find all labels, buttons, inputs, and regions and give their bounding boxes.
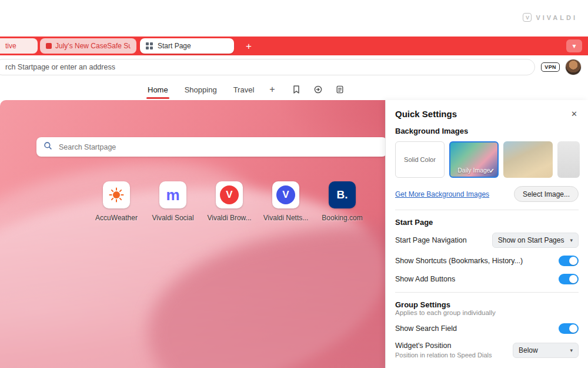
history-icon[interactable] [313,85,323,94]
start-page-navigation-select[interactable]: Show on Start Pages ▾ [492,233,579,248]
nav-tab-label: Home [148,85,168,94]
widget-position-select[interactable]: Below ▾ [513,343,579,358]
speed-dial-booking[interactable]: B. Booking.com [314,181,370,222]
speed-dial-row: AccuWeather m Vivaldi Social V Vivaldi B… [36,181,422,222]
speed-dial-vivaldi-browser[interactable]: V Vivaldi Brow... [201,181,258,222]
nav-tab-label: Shopping [185,85,217,94]
tab-start-page[interactable]: Start Page [140,38,234,54]
start-page-navigation-row: Start Page Navigation Show on Start Page… [395,233,579,248]
tab-partial[interactable]: tive [0,38,38,54]
background-thumbnails: Solid Color Daily Image ✓ [395,141,588,178]
tab-bar: tive July's New CaseSafe Suite Start Pag… [0,37,588,55]
chevron-down-icon: ▾ [570,347,573,353]
background-actions: Get More Background Images Select Image.… [395,186,579,202]
tab-label: tive [5,42,16,50]
start-page-navigation-label: Start Page Navigation [395,236,467,244]
new-tab-button[interactable]: + [242,41,255,51]
address-field[interactable] [0,59,535,75]
show-shortcuts-toggle[interactable] [559,256,579,266]
mastodon-icon: m [159,181,186,208]
speed-dial-label: Vivaldi Brow... [207,214,251,222]
address-input[interactable] [4,62,527,72]
startpage-search-field[interactable] [36,137,387,157]
chevron-down-icon: ▾ [570,237,573,243]
selected-value: Show on Start Pages [498,236,564,244]
show-shortcuts-label: Show Shortcuts (Bookmarks, History...) [395,257,523,265]
search-icon [44,141,52,152]
nav-tab-label: Travel [233,85,255,94]
address-bar-row: VPN [0,55,588,79]
bookmark-icon[interactable] [292,85,301,94]
nav-tab-home[interactable]: Home [139,79,176,100]
widget-position-row: Widget's Position Position in relation t… [395,342,579,359]
vivaldi-logo-icon: V [523,13,532,22]
speed-dial-label: AccuWeather [95,214,138,222]
group-settings-heading: Group Settings [395,300,579,309]
widget-position-label: Widget's Position [395,342,492,350]
notes-icon[interactable] [335,85,345,94]
tab-casesafe[interactable]: July's New CaseSafe Suite [40,38,136,54]
panel-title: Quick Settings [395,109,457,119]
show-add-buttons-toggle[interactable] [559,274,579,284]
vivaldi-red-icon: V [216,181,243,208]
quick-settings-panel: Quick Settings ✕ Background Images Solid… [385,100,588,368]
select-image-button[interactable]: Select Image... [514,186,579,202]
accuweather-icon [103,181,130,208]
widget-position-labels: Widget's Position Position in relation t… [395,342,492,359]
show-search-field-label: Show Search Field [395,324,457,333]
show-add-buttons-row: Show Add Buttons [395,274,579,284]
get-more-backgrounds-link[interactable]: Get More Background Images [395,190,489,198]
close-icon[interactable]: ✕ [570,108,579,120]
widget-position-subtext: Position in relation to Speed Dials [395,352,492,359]
start-page-heading: Start Page [395,218,579,227]
vivaldi-blue-icon: V [272,181,299,208]
thumb-solid-color[interactable]: Solid Color [395,141,445,178]
tab-label: July's New CaseSafe Suite [55,42,131,50]
window-titlebar: V VIVALDI [0,0,588,37]
speed-dial-vivaldi-social[interactable]: m Vivaldi Social [145,181,201,222]
background-images-heading: Background Images [395,127,579,135]
tab-favicon [46,43,52,49]
booking-icon: B. [329,181,356,208]
panel-header: Quick Settings ✕ [395,108,579,120]
show-add-buttons-label: Show Add Buttons [395,275,455,283]
tab-menu-button[interactable]: ▾ [566,39,582,52]
divider [395,210,579,210]
nav-icon-group [292,85,345,94]
tab-label: Start Page [158,42,191,50]
vpn-badge[interactable]: VPN [541,62,560,72]
vivaldi-logo: V VIVALDI [523,13,577,22]
chevron-down-icon: ▾ [572,42,576,50]
speed-dial-label: Booking.com [322,214,362,222]
thumb-label: Solid Color [404,156,436,163]
vivaldi-logo-text: VIVALDI [536,14,577,21]
start-page-content: AccuWeather m Vivaldi Social V Vivaldi B… [0,100,588,368]
show-search-field-toggle[interactable] [559,323,579,334]
show-search-field-row: Show Search Field [395,323,579,334]
group-settings-subtext: Applies to each group individually [395,309,579,316]
add-group-button[interactable]: + [262,84,282,95]
speed-dial-nav-bar: Home Shopping Travel + [0,79,588,100]
nav-tab-travel[interactable]: Travel [225,79,263,100]
divider [395,292,579,293]
speed-dial-vivaldi-netts[interactable]: V Vivaldi Netts... [258,181,314,222]
profile-avatar[interactable] [566,59,581,75]
startpage-search-input[interactable] [58,142,380,152]
thumb-beach-image[interactable] [503,141,553,178]
thumb-partial[interactable] [557,141,580,178]
nav-tab-shopping[interactable]: Shopping [176,79,225,100]
speed-dial-label: Vivaldi Social [152,214,193,222]
speed-dial-accuweather[interactable]: AccuWeather [88,181,145,222]
speed-dial-label: Vivaldi Netts... [263,214,308,222]
thumb-daily-image[interactable]: Daily Image ✓ [449,141,499,178]
show-shortcuts-row: Show Shortcuts (Bookmarks, History...) [395,256,579,266]
speed-dial-grid-icon [146,42,153,49]
check-icon: ✓ [489,167,495,175]
selected-value: Below [519,346,538,354]
